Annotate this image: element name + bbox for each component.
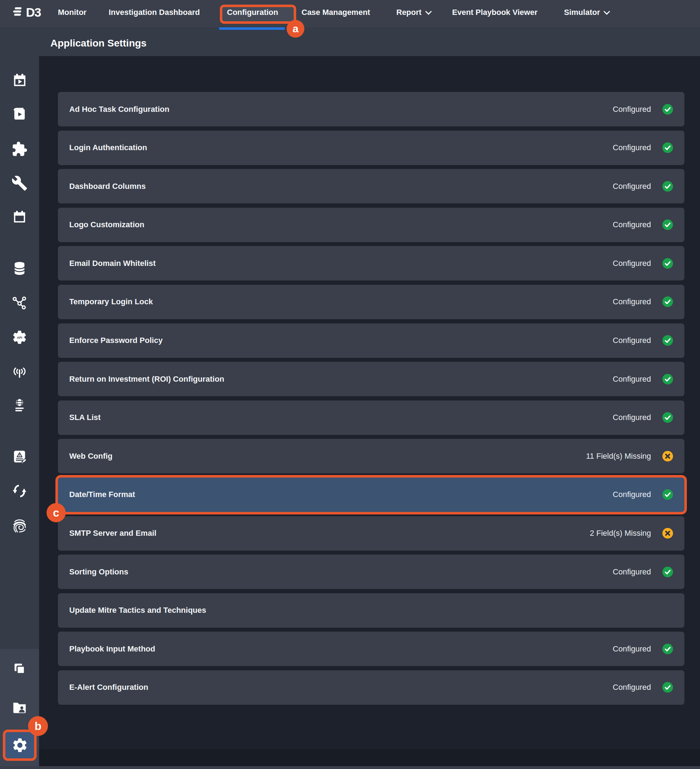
settings-row[interactable]: Enforce Password Policy Configured — [58, 323, 684, 358]
bottom-strip — [0, 766, 700, 769]
setting-title: Logo Customization — [69, 220, 613, 229]
api-gear-icon: API — [11, 329, 28, 346]
sidebar-item-copy[interactable] — [11, 661, 28, 678]
settings-row[interactable]: Web Config 11 Field(s) Missing — [58, 439, 684, 473]
sidebar-item-geolocation[interactable] — [11, 397, 28, 414]
setting-status: Configured — [613, 375, 651, 384]
sidebar-item-event-playbook[interactable] — [11, 72, 28, 89]
puzzle-icon — [11, 141, 28, 157]
share-nodes-icon — [12, 295, 27, 310]
setting-title: SLA List — [69, 413, 613, 422]
setting-status: 2 Field(s) Missing — [590, 529, 651, 538]
status-configured-icon — [662, 258, 673, 269]
status-configured-icon — [662, 219, 673, 230]
database-icon — [12, 261, 27, 276]
annotation-marker-b: b — [28, 716, 48, 736]
setting-status: Configured — [613, 259, 651, 268]
tools-icon — [11, 175, 28, 191]
sidebar-item-integrations[interactable] — [11, 141, 28, 158]
sidebar-item-settings[interactable] — [3, 730, 37, 761]
sync-arrows-icon — [12, 483, 27, 499]
globe-lines-icon — [12, 397, 27, 413]
setting-title: Login Authentication — [69, 143, 613, 152]
settings-row[interactable]: Update Mitre Tactics and Techniques — [58, 593, 684, 628]
setting-title: Sorting Options — [69, 567, 613, 577]
settings-row[interactable]: Temporary Login Lock Configured — [58, 285, 684, 319]
sidebar-item-database[interactable] — [11, 260, 28, 277]
settings-row[interactable]: Date/Time Format Configured — [58, 478, 684, 512]
settings-row[interactable]: SMTP Server and Email 2 Field(s) Missing — [58, 516, 684, 551]
nav-item-investigation-dashboard[interactable]: Investigation Dashboard — [109, 8, 200, 17]
status-configured-icon — [662, 104, 673, 115]
nav-item-event-playbook-viewer[interactable]: Event Playbook Viewer — [452, 8, 537, 17]
sidebar-item-shared-folder[interactable] — [11, 699, 28, 716]
copy-pages-icon — [12, 662, 27, 677]
annotation-marker-c: c — [47, 503, 66, 522]
setting-status: Configured — [613, 220, 651, 229]
status-configured-icon — [662, 374, 673, 384]
setting-status: 11 Field(s) Missing — [586, 452, 651, 461]
setting-status: Configured — [613, 182, 651, 191]
d3-logo-mark-icon — [11, 5, 23, 19]
status-configured-icon — [662, 335, 673, 346]
sidebar-item-broadcast[interactable] — [11, 363, 28, 380]
sidebar-item-incident-report[interactable] — [11, 449, 28, 465]
alert-note-edit-icon — [12, 449, 27, 465]
setting-status: Configured — [613, 143, 651, 152]
settings-list-wrapper: Ad Hoc Task Configuration Configured Log… — [39, 56, 700, 749]
status-configured-icon — [662, 142, 673, 153]
sidebar-item-sync[interactable] — [11, 483, 28, 500]
settings-row[interactable]: Ad Hoc Task Configuration Configured — [58, 92, 684, 126]
d3-logo-text: D3 — [26, 5, 41, 19]
sidebar-item-calendar[interactable] — [11, 209, 28, 226]
sidebar-item-api[interactable]: API — [11, 329, 28, 346]
d3-logo[interactable]: D3 — [11, 5, 41, 19]
setting-status: Configured — [613, 490, 651, 499]
settings-row[interactable]: E-Alert Configuration Configured — [58, 670, 684, 705]
sidebar-item-fingerprint[interactable] — [11, 517, 28, 534]
settings-row[interactable]: Sorting Options Configured — [58, 555, 684, 589]
settings-row[interactable]: Return on Investment (ROI) Configuration… — [58, 362, 684, 396]
settings-row[interactable]: Login Authentication Configured — [58, 131, 684, 165]
settings-row[interactable]: Playbook Input Method Configured — [58, 632, 684, 666]
setting-title: SMTP Server and Email — [69, 529, 590, 538]
setting-title: Date/Time Format — [69, 490, 613, 499]
nav-item-report[interactable]: Report — [396, 8, 431, 17]
setting-title: Enforce Password Policy — [69, 336, 613, 345]
status-configured-icon — [662, 296, 673, 307]
setting-status: Configured — [613, 297, 651, 306]
settings-list: Ad Hoc Task Configuration Configured Log… — [58, 92, 684, 709]
settings-gear-icon — [11, 737, 28, 754]
setting-title: Email Domain Whitelist — [69, 259, 613, 268]
fingerprint-icon — [11, 517, 28, 534]
calendar-play-icon — [12, 72, 28, 88]
active-tab-underline — [219, 27, 285, 30]
settings-row[interactable]: Dashboard Columns Configured — [58, 169, 684, 203]
nav-item-monitor[interactable]: Monitor — [58, 8, 87, 17]
sidebar-item-connections[interactable] — [11, 294, 28, 311]
calendar-icon — [12, 209, 27, 225]
antenna-icon — [12, 364, 27, 379]
status-configured-icon — [662, 682, 673, 693]
setting-title: Return on Investment (ROI) Configuration — [69, 375, 613, 384]
chevron-down-icon — [425, 8, 431, 14]
nav-item-configuration[interactable]: Configuration — [227, 8, 278, 17]
settings-row[interactable]: Logo Customization Configured — [58, 208, 684, 242]
setting-status: Configured — [613, 683, 651, 692]
setting-status: Configured — [613, 105, 651, 114]
setting-title: Playbook Input Method — [69, 644, 613, 654]
setting-title: Temporary Login Lock — [69, 297, 613, 306]
settings-row[interactable]: SLA List Configured — [58, 401, 684, 435]
setting-status: Configured — [613, 336, 651, 345]
nav-item-simulator[interactable]: Simulator — [564, 8, 609, 17]
setting-status: Configured — [613, 644, 651, 654]
status-configured-icon — [662, 566, 673, 577]
annotation-marker-a: a — [286, 20, 304, 38]
nav-item-case-management[interactable]: Case Management — [301, 8, 370, 17]
sidebar-item-playbook[interactable] — [11, 106, 28, 123]
settings-row[interactable]: Email Domain Whitelist Configured — [58, 246, 684, 280]
status-configured-icon — [662, 181, 673, 192]
setting-status: Configured — [613, 413, 651, 422]
status-missing-icon — [662, 451, 673, 462]
sidebar-item-utilities[interactable] — [11, 175, 28, 192]
